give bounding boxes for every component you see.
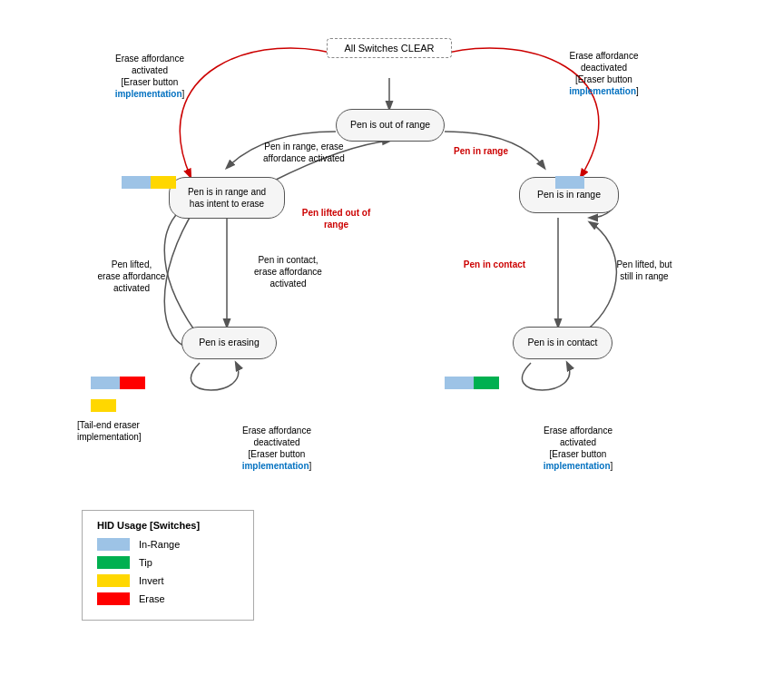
sw-blue-inrange2 <box>555 176 584 189</box>
legend-swatch-erase <box>97 592 130 605</box>
label-t10: Erase affordancedeactivated[Eraser butto… <box>218 425 336 472</box>
legend-title: HID Usage [Switches] <box>97 520 239 531</box>
pen-is-erasing-node: Pen is erasing <box>181 327 277 359</box>
switch-bar-tail-end <box>91 399 116 412</box>
label-t4: Pen in range <box>445 145 517 157</box>
label-t9: Pen lifted, butstill in range <box>603 259 685 282</box>
label-t1: Erase affordanceactivated[Eraser buttoni… <box>91 53 209 100</box>
pen-in-range-erase-label: Pen is in range and has intent to erase <box>188 186 266 210</box>
sw-yellow-tail <box>91 399 116 412</box>
legend-row-inrange: In-Range <box>97 538 239 551</box>
sw-red-erasing <box>120 377 145 389</box>
sw-green-contact <box>474 377 499 389</box>
label-t2: Erase affordancedeactivated[Eraser butto… <box>543 50 665 97</box>
legend-label-erase: Erase <box>139 593 165 604</box>
legend-label-inrange: In-Range <box>139 539 180 550</box>
switch-bar-erasing <box>91 377 145 389</box>
label-t8: Pen in contact <box>458 259 531 270</box>
sw-yellow-invert <box>151 176 176 189</box>
sw-blue-contact <box>445 377 474 389</box>
legend-label-invert: Invert <box>139 575 164 586</box>
switch-bar-in-range <box>555 176 584 189</box>
legend-swatch-inrange <box>97 538 130 551</box>
legend-row-invert: Invert <box>97 574 239 587</box>
pen-in-contact-node: Pen is in contact <box>513 327 612 359</box>
all-switches-clear-box: All Switches CLEAR <box>327 38 452 58</box>
pen-in-contact-label: Pen is in contact <box>527 337 597 349</box>
all-switches-clear-label: All Switches CLEAR <box>344 43 434 54</box>
diagram-container: All Switches CLEAR Pen is out of range P… <box>0 0 784 685</box>
sw-blue-erasing <box>91 377 120 389</box>
legend-swatch-tip <box>97 556 130 569</box>
label-t3: Pen in range, eraseaffordance activated <box>245 141 363 164</box>
legend-box: HID Usage [Switches] In-Range Tip Invert… <box>82 510 254 621</box>
legend-row-tip: Tip <box>97 556 239 569</box>
label-tail-end: [Tail-end eraserimplementation] <box>77 419 186 443</box>
label-t5: Pen lifted out ofrange <box>289 207 384 230</box>
label-t11: Erase affordanceactivated[Eraser buttoni… <box>519 425 637 472</box>
sw-blue-inrange <box>122 176 151 189</box>
legend-row-erase: Erase <box>97 592 239 605</box>
pen-in-range-erase-node: Pen is in range and has intent to erase <box>169 177 285 219</box>
label-t7: Pen in contact,erase affordanceactivated <box>236 254 340 289</box>
pen-out-of-range-node: Pen is out of range <box>336 109 445 142</box>
label-t6: Pen lifted,erase affordanceactivated <box>82 259 181 294</box>
switch-bar-contact <box>445 377 499 389</box>
switch-bar-in-range-erase <box>122 176 176 189</box>
pen-is-erasing-label: Pen is erasing <box>199 337 260 349</box>
legend-swatch-invert <box>97 574 130 587</box>
legend-label-tip: Tip <box>139 557 152 568</box>
pen-out-of-range-label: Pen is out of range <box>350 119 430 132</box>
pen-in-range-label: Pen is in range <box>537 189 601 201</box>
